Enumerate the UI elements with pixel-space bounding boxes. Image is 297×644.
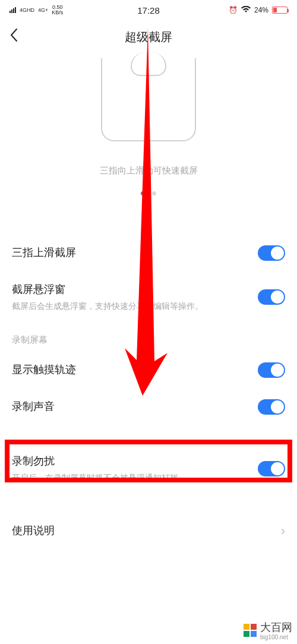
toggle-dnd[interactable]	[258, 461, 285, 476]
section-header-record: 录制屏幕	[0, 323, 297, 352]
back-button[interactable]	[10, 28, 18, 46]
setting-floating-window[interactable]: 截屏悬浮窗 截屏后会生成悬浮窗，支持快速分享、编辑等操作。	[0, 272, 297, 323]
net-speed: 0.50 KB/s	[52, 5, 63, 15]
setting-desc: 开启后，在录制屏幕时将不会被悬浮通知打扰。	[12, 472, 248, 484]
watermark-brand: 大百网	[260, 621, 292, 633]
gesture-illustration[interactable]	[0, 53, 297, 149]
toggle-touches[interactable]	[258, 362, 285, 378]
dot-1	[141, 191, 145, 195]
setting-label: 使用说明	[12, 523, 271, 538]
toggle-sound[interactable]	[258, 399, 285, 415]
setting-record-dnd[interactable]: 录制勿扰 开启后，在录制屏幕时将不会被悬浮通知打扰。	[0, 443, 297, 494]
phone-outline-graphic	[101, 58, 196, 141]
battery-pct: 24%	[254, 6, 268, 14]
setting-desc: 截屏后会生成悬浮窗，支持快速分享、编辑等操作。	[12, 300, 248, 312]
chevron-right-icon: ›	[281, 523, 285, 539]
nav-bar: 超级截屏	[0, 20, 297, 53]
settings-list: 三指上滑截屏 截屏悬浮窗 截屏后会生成悬浮窗，支持快速分享、编辑等操作。 录制屏…	[0, 235, 297, 550]
setting-usage-help[interactable]: 使用说明 ›	[0, 513, 297, 550]
hand-icon	[131, 52, 166, 76]
toggle-swipe[interactable]	[258, 245, 285, 261]
setting-label: 截屏悬浮窗	[12, 282, 248, 296]
setting-label: 录制声音	[12, 399, 248, 413]
setting-show-touches[interactable]: 显示触摸轨迹	[0, 352, 297, 389]
network-1: 4GHD	[20, 8, 34, 13]
signal-icon	[10, 7, 16, 13]
battery-icon	[272, 7, 287, 14]
watermark: 大百网 big100.net	[244, 620, 292, 640]
setting-swipe-screenshot[interactable]: 三指上滑截屏	[0, 235, 297, 272]
status-bar: 4GHD 4G+ 0.50 KB/s 17:28 ⏰ 24%	[0, 0, 297, 20]
illustration-caption: 三指向上滑动可快速截屏	[0, 165, 297, 176]
alarm-icon: ⏰	[229, 6, 238, 14]
network-2: 4G+	[38, 8, 48, 13]
page-title: 超级截屏	[125, 29, 172, 45]
dot-2	[152, 191, 156, 195]
toggle-floating[interactable]	[258, 289, 285, 305]
setting-label: 录制勿扰	[12, 454, 248, 468]
status-left: 4GHD 4G+ 0.50 KB/s	[10, 5, 63, 15]
wifi-icon	[241, 6, 251, 15]
status-right: ⏰ 24%	[229, 6, 287, 15]
watermark-logo-icon	[244, 624, 257, 637]
setting-label: 显示触摸轨迹	[12, 362, 248, 377]
setting-label: 三指上滑截屏	[12, 245, 248, 260]
page-indicator[interactable]	[0, 187, 297, 198]
watermark-domain: big100.net	[260, 634, 292, 640]
setting-record-sound[interactable]: 录制声音	[0, 389, 297, 425]
clock: 17:28	[137, 5, 160, 15]
